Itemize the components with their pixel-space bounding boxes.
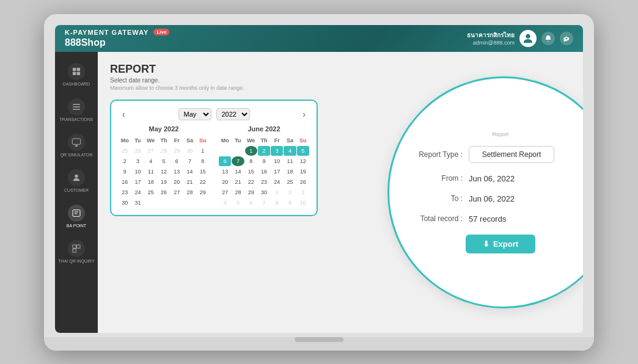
may-day-cell[interactable]: 19 [158,177,170,187]
june-day-cell: 7 [258,198,270,208]
dashboard-icon [68,63,85,80]
svg-rect-1 [73,68,76,71]
june-day-names: Mo Tu We Th Fr Sa Su [219,136,309,145]
may-day-cell[interactable]: 31 [131,198,144,208]
may-day-cell[interactable]: 16 [119,177,131,187]
june-day-cell[interactable]: 7 [232,156,244,166]
june-day-cell[interactable]: 23 [258,177,270,187]
june-day-cell[interactable]: 13 [219,167,231,177]
sidebar-item-thai-qr[interactable]: THAI QR INQUIRY [55,235,98,268]
june-day-cell[interactable]: 3 [271,146,283,156]
top-bar-brand: K-PAYMENT GATEWAY Live 888Shop [65,29,169,48]
day-su: Su [197,136,209,145]
svg-rect-6 [73,106,80,107]
day-we: We [145,136,157,145]
may-day-cell[interactable]: 14 [183,167,196,177]
june-day-cell[interactable]: 19 [297,167,309,177]
may-day-cell[interactable]: 12 [158,167,170,177]
june-day-cell[interactable]: 4 [284,146,296,156]
june-day-cell[interactable]: 6 [219,156,231,166]
june-day-sa: Sa [284,136,296,145]
may-day-cell[interactable]: 21 [183,177,196,187]
june-day-cell[interactable]: 20 [219,177,231,187]
export-button[interactable]: ⬇ Export [466,235,535,253]
svg-rect-8 [72,139,80,144]
may-day-cell[interactable]: 5 [158,156,170,166]
may-day-cell[interactable]: 23 [119,187,131,197]
notification-icon[interactable] [541,32,555,45]
june-day-cell: 6 [245,198,257,208]
may-day-cell[interactable]: 22 [197,177,209,187]
month-select[interactable]: MayJune [178,108,211,120]
laptop-frame: K-PAYMENT GATEWAY Live 888Shop ธนาคารกสิ… [44,14,594,351]
june-day-we: We [245,136,257,145]
june-day-cell[interactable]: 14 [232,167,244,177]
may-day-cell[interactable]: 26 [158,187,170,197]
laptop-screen: K-PAYMENT GATEWAY Live 888Shop ธนาคารกสิ… [55,25,583,333]
report-type-label: Report Type : [408,150,463,159]
sidebar-item-dashboard[interactable]: DASHBOARD [55,58,98,91]
june-day-cell[interactable]: 21 [232,177,244,187]
june-day-cell[interactable]: 25 [284,177,296,187]
june-day-cell[interactable]: 29 [245,187,257,197]
sidebar-item-qr-simulator[interactable]: QR SIMULATOR [55,129,98,162]
calendar-next-button[interactable]: › [299,108,309,120]
june-day-cell[interactable]: 8 [245,156,257,166]
may-day-cell[interactable]: 25 [145,187,157,197]
total-label: Total record : [408,214,463,223]
may-day-cell[interactable]: 27 [170,187,183,197]
june-day-cell[interactable]: 24 [271,177,283,187]
may-day-cell[interactable]: 9 [119,167,131,177]
may-day-cell[interactable]: 29 [197,187,209,197]
may-day-cell[interactable]: 10 [131,167,144,177]
june-day-cell[interactable]: 9 [258,156,270,166]
june-day-cell[interactable]: 16 [258,167,270,177]
top-bar: K-PAYMENT GATEWAY Live 888Shop ธนาคารกสิ… [55,25,583,52]
may-day-cell[interactable]: 17 [131,177,144,187]
total-row: Total record : 57 records [408,214,583,224]
sidebar-item-transactions[interactable]: TRANSACTIONS [55,93,98,126]
brand-name: K-PAYMENT GATEWAY [65,29,148,36]
june-day-cell[interactable]: 26 [297,177,309,187]
may-day-cell[interactable]: 8 [197,156,209,166]
may-day-cell[interactable]: 4 [145,156,157,166]
may-day-cell[interactable]: 13 [170,167,183,177]
may-day-cell[interactable]: 3 [131,156,144,166]
sidebar-item-ba-point[interactable]: BA POINT [55,200,98,233]
june-day-cell[interactable]: 15 [245,167,257,177]
june-day-cell[interactable]: 5 [297,146,309,156]
may-day-cell[interactable]: 6 [170,156,183,166]
svg-rect-5 [73,104,80,104]
may-day-cell[interactable]: 28 [183,187,196,197]
may-day-cell[interactable]: 18 [145,177,157,187]
may-day-cell[interactable]: 7 [183,156,196,166]
may-day-cell: 28 [158,146,170,156]
june-day-cell[interactable]: 10 [271,156,283,166]
june-day-cell[interactable]: 18 [284,167,296,177]
year-select[interactable]: 2022 [216,108,250,120]
calendar-prev-button[interactable]: ‹ [119,108,129,120]
ba-point-icon [68,205,85,222]
june-day-cell: 4 [219,198,231,208]
june-day-cell[interactable]: 22 [245,177,257,187]
june-day-cell[interactable]: 30 [258,187,270,197]
june-day-tu: Tu [232,136,244,145]
may-day-cell[interactable]: 24 [131,187,144,197]
customer-icon [68,169,85,186]
june-day-cell[interactable]: 2 [258,146,270,156]
may-day-cell[interactable]: 11 [145,167,157,177]
settings-icon[interactable] [560,32,573,45]
may-day-cell[interactable]: 1 [197,146,209,156]
sidebar-item-customer[interactable]: CUSTOMER [55,164,98,197]
june-day-cell[interactable]: 12 [297,156,309,166]
may-day-cell[interactable]: 30 [119,198,131,208]
june-day-cell[interactable]: 17 [271,167,283,177]
june-day-cell[interactable]: 1 [245,146,257,156]
june-day-cell[interactable]: 28 [232,187,244,197]
june-day-cell[interactable]: 27 [219,187,231,197]
svg-rect-2 [77,68,80,71]
may-day-cell[interactable]: 15 [197,167,209,177]
may-day-cell[interactable]: 2 [119,156,131,166]
may-day-cell[interactable]: 20 [170,177,183,187]
june-day-cell[interactable]: 11 [284,156,296,166]
